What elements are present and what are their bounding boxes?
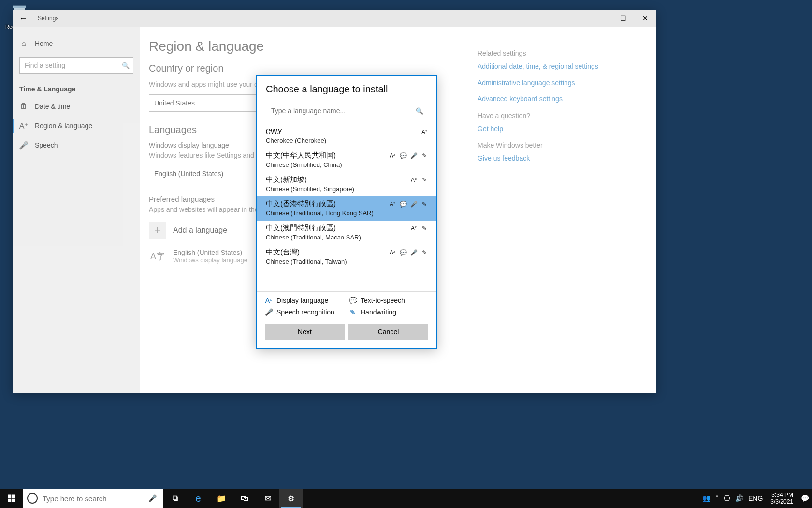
- folder-icon: 📁: [217, 494, 226, 503]
- link-additional-settings[interactable]: Additional date, time, & regional settin…: [478, 62, 603, 72]
- minimize-button[interactable]: ―: [590, 10, 612, 27]
- home-nav[interactable]: ⌂ Home: [13, 34, 140, 53]
- language-option[interactable]: ᏣᎳᎩCherokee (Cherokee)Aᶻ: [257, 124, 436, 148]
- language-english-name: Chinese (Simplified, China): [266, 161, 427, 168]
- tts-icon: 💬: [399, 200, 407, 208]
- svg-rect-2: [8, 499, 12, 502]
- cancel-button[interactable]: Cancel: [348, 324, 428, 340]
- datetime-icon: 🗓: [19, 102, 28, 111]
- system-tray: 👥 ˄ 🖵 🔊 ENG 3:34 PM 3/3/2021 💬: [702, 489, 812, 508]
- installed-language-sub: Windows display language: [173, 256, 247, 264]
- taskbar-search[interactable]: 🎤: [23, 489, 163, 508]
- feature-legend: AᶻDisplay language 💬Text-to-speech 🎤Spee…: [257, 291, 436, 319]
- hand-icon: ✎: [420, 152, 428, 160]
- dialog-title: Choose a language to install: [257, 76, 436, 100]
- display-icon: Aᶻ: [420, 128, 428, 136]
- language-option[interactable]: 中文(香港特別行政區)Chinese (Traditional, Hong Ko…: [257, 196, 436, 221]
- legend-speech: Speech recognition: [276, 308, 334, 316]
- gear-icon: ⚙: [288, 494, 294, 503]
- taskbar-store[interactable]: 🛍: [233, 489, 256, 508]
- link-keyboard-settings[interactable]: Advanced keyboard settings: [478, 94, 603, 104]
- svg-rect-0: [8, 495, 12, 498]
- sidebar: ⌂ Home 🔍 Time & Language 🗓 Date & time A…: [13, 27, 140, 393]
- maximize-button[interactable]: ☐: [612, 10, 634, 27]
- link-admin-language[interactable]: Administrative language settings: [478, 78, 603, 88]
- language-feature-icons: Aᶻ✎: [410, 224, 428, 232]
- task-view-icon: ⧉: [173, 494, 178, 503]
- legend-hand: Handwriting: [361, 308, 396, 316]
- hand-icon: ✎: [420, 249, 428, 256]
- link-feedback[interactable]: Give us feedback: [478, 154, 603, 164]
- sidebar-group-label: Time & Language: [13, 80, 140, 97]
- taskbar-mail[interactable]: ✉: [256, 489, 279, 508]
- language-english-name: Chinese (Traditional, Macao SAR): [266, 234, 427, 241]
- hand-icon: ✎: [420, 200, 428, 208]
- search-icon: 🔍: [118, 62, 133, 69]
- language-option[interactable]: 中文(新加坡)Chinese (Simplified, Singapore)Aᶻ…: [257, 172, 436, 196]
- mail-icon: ✉: [265, 494, 271, 503]
- page-title: Region & language: [149, 39, 439, 54]
- language-english-name: Chinese (Traditional, Taiwan): [266, 258, 427, 265]
- language-list[interactable]: ᏣᎳᎩCherokee (Cherokee)Aᶻ中文(中华人民共和国)Chine…: [257, 124, 436, 291]
- window-title: Settings: [38, 15, 58, 22]
- action-center-icon[interactable]: 💬: [801, 494, 809, 502]
- close-button[interactable]: ✕: [634, 10, 656, 27]
- plus-icon: +: [149, 222, 166, 239]
- language-english-name: Cherokee (Cherokee): [266, 137, 427, 144]
- country-value: United States: [154, 99, 195, 107]
- display-language-value: English (United States): [154, 170, 223, 178]
- tts-icon: 💬: [399, 152, 407, 160]
- tts-icon: 💬: [349, 297, 357, 304]
- language-feature-icons: Aᶻ💬🎤✎: [389, 152, 428, 160]
- back-button[interactable]: ←: [13, 10, 34, 27]
- taskbar-edge[interactable]: e: [187, 489, 210, 508]
- titlebar: ← Settings ― ☐ ✕: [13, 10, 656, 27]
- language-feature-icons: Aᶻ💬🎤✎: [389, 249, 428, 256]
- language-feature-icons: Aᶻ💬🎤✎: [389, 200, 428, 208]
- edge-icon: e: [195, 493, 201, 504]
- search-icon: 🔍: [412, 107, 427, 115]
- svg-rect-1: [12, 495, 15, 498]
- tray-monitor-icon[interactable]: 🖵: [724, 494, 730, 502]
- start-button[interactable]: [0, 489, 23, 508]
- display-icon: Aᶻ: [389, 152, 396, 160]
- speech-icon: 🎤: [410, 249, 418, 256]
- language-option[interactable]: 中文(澳門特別行政區)Chinese (Traditional, Macao S…: [257, 221, 436, 245]
- svg-rect-3: [12, 499, 15, 502]
- country-heading: Country or region: [149, 63, 439, 74]
- legend-display: Display language: [276, 297, 328, 304]
- taskbar-explorer[interactable]: 📁: [210, 489, 233, 508]
- tts-icon: 💬: [399, 249, 407, 256]
- language-option[interactable]: 中文(中华人民共和国)Chinese (Simplified, China)Aᶻ…: [257, 148, 436, 172]
- sidebar-item-datetime[interactable]: 🗓 Date & time: [13, 97, 140, 116]
- settings-search-input[interactable]: [20, 61, 118, 69]
- people-icon[interactable]: 👥: [702, 494, 710, 502]
- next-button[interactable]: Next: [265, 324, 345, 340]
- dialog-search[interactable]: 🔍: [266, 103, 427, 119]
- volume-icon[interactable]: 🔊: [735, 494, 743, 502]
- language-option[interactable]: 中文(台灣)Chinese (Traditional, Taiwan)Aᶻ💬🎤✎: [257, 245, 436, 269]
- tray-chevron-icon[interactable]: ˄: [715, 494, 719, 502]
- language-english-name: Chinese (Simplified, Singapore): [266, 185, 427, 193]
- home-label: Home: [35, 40, 53, 47]
- tray-language[interactable]: ENG: [748, 494, 763, 502]
- task-view-button[interactable]: ⧉: [163, 489, 187, 508]
- taskbar-settings[interactable]: ⚙: [279, 489, 303, 508]
- settings-window: ← Settings ― ☐ ✕ ⌂ Home 🔍 Time & Languag…: [13, 10, 656, 393]
- display-language-icon: Aᶻ: [265, 297, 273, 304]
- related-heading: Related settings: [478, 49, 603, 57]
- speech-icon: 🎤: [410, 152, 418, 160]
- settings-search[interactable]: 🔍: [19, 57, 133, 74]
- dialog-search-input[interactable]: [266, 107, 412, 115]
- taskbar-search-input[interactable]: [38, 494, 145, 503]
- clock-date: 3/3/2021: [770, 498, 793, 505]
- link-get-help[interactable]: Get help: [478, 124, 603, 134]
- region-icon: A⁺: [19, 121, 28, 130]
- mic-icon[interactable]: 🎤: [145, 494, 160, 502]
- better-heading: Make Windows better: [478, 141, 603, 149]
- language-native-name: 中文(新加坡): [266, 175, 427, 184]
- sidebar-item-region[interactable]: A⁺ Region & language: [13, 116, 140, 135]
- add-language-label: Add a language: [173, 226, 227, 235]
- sidebar-item-speech[interactable]: 🎤 Speech: [13, 135, 140, 155]
- clock[interactable]: 3:34 PM 3/3/2021: [768, 492, 796, 506]
